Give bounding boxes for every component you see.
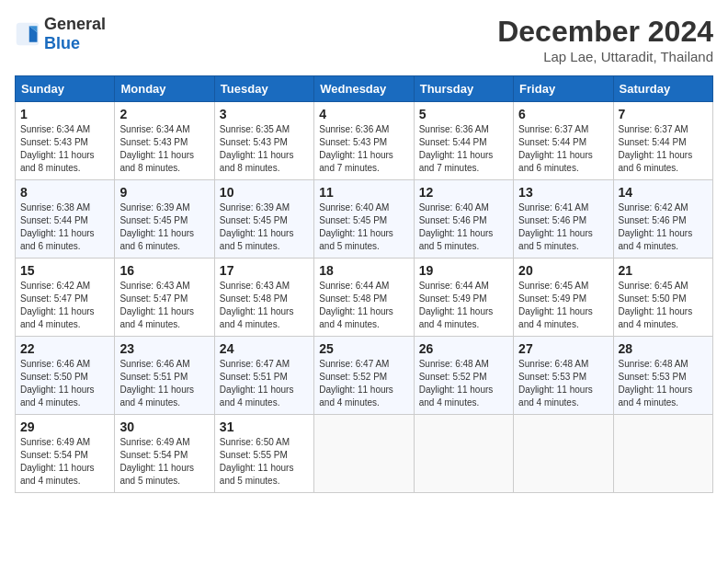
day-number: 13 <box>518 185 608 200</box>
calendar-cell: 14 Sunrise: 6:42 AMSunset: 5:46 PMDaylig… <box>613 180 712 259</box>
day-info: Sunrise: 6:39 AMSunset: 5:45 PMDaylight:… <box>119 202 194 251</box>
calendar-cell: 5 Sunrise: 6:36 AMSunset: 5:44 PMDayligh… <box>414 102 513 180</box>
day-info: Sunrise: 6:45 AMSunset: 5:49 PMDaylight:… <box>518 281 593 329</box>
day-info: Sunrise: 6:34 AMSunset: 5:43 PMDaylight:… <box>119 124 194 173</box>
logo-icon <box>15 21 40 47</box>
calendar-day-header: Monday <box>115 76 214 102</box>
day-info: Sunrise: 6:46 AMSunset: 5:50 PMDaylight:… <box>20 359 95 408</box>
calendar-cell: 27 Sunrise: 6:48 AMSunset: 5:53 PMDaylig… <box>514 337 613 415</box>
day-number: 23 <box>119 341 209 356</box>
day-info: Sunrise: 6:48 AMSunset: 5:53 PMDaylight:… <box>518 359 593 408</box>
day-info: Sunrise: 6:40 AMSunset: 5:46 PMDaylight:… <box>419 202 494 251</box>
day-info: Sunrise: 6:41 AMSunset: 5:46 PMDaylight:… <box>518 202 593 251</box>
day-info: Sunrise: 6:44 AMSunset: 5:49 PMDaylight:… <box>419 281 494 329</box>
calendar-table: SundayMondayTuesdayWednesdayThursdayFrid… <box>15 75 713 493</box>
logo-blue-text: Blue <box>44 34 80 52</box>
calendar-cell: 24 Sunrise: 6:47 AMSunset: 5:51 PMDaylig… <box>214 337 313 415</box>
calendar-cell <box>314 415 414 493</box>
day-number: 15 <box>20 263 109 278</box>
day-number: 5 <box>419 107 508 121</box>
day-info: Sunrise: 6:34 AMSunset: 5:43 PMDaylight:… <box>20 124 95 173</box>
day-info: Sunrise: 6:45 AMSunset: 5:50 PMDaylight:… <box>619 281 693 329</box>
calendar-day-header: Thursday <box>414 76 513 102</box>
day-number: 22 <box>20 341 109 356</box>
day-number: 21 <box>619 263 708 278</box>
day-number: 12 <box>419 185 508 200</box>
day-number: 29 <box>20 419 109 434</box>
logo-general-text: General <box>44 15 106 33</box>
day-number: 3 <box>220 107 309 121</box>
logo: General Blue <box>15 15 106 53</box>
day-number: 8 <box>20 185 109 200</box>
calendar-cell <box>414 415 513 493</box>
calendar-week-row: 8 Sunrise: 6:38 AMSunset: 5:44 PMDayligh… <box>16 180 713 259</box>
day-info: Sunrise: 6:47 AMSunset: 5:52 PMDaylight:… <box>319 359 393 408</box>
day-number: 1 <box>20 107 109 121</box>
location-title: Lap Lae, Uttaradit, Thailand <box>497 49 713 64</box>
day-info: Sunrise: 6:46 AMSunset: 5:51 PMDaylight:… <box>119 359 194 408</box>
calendar-cell: 16 Sunrise: 6:43 AMSunset: 5:47 PMDaylig… <box>115 259 214 337</box>
day-info: Sunrise: 6:48 AMSunset: 5:53 PMDaylight:… <box>619 359 693 408</box>
day-number: 16 <box>119 263 209 278</box>
calendar-cell: 22 Sunrise: 6:46 AMSunset: 5:50 PMDaylig… <box>16 337 115 415</box>
calendar-cell <box>514 415 613 493</box>
day-info: Sunrise: 6:40 AMSunset: 5:45 PMDaylight:… <box>319 202 393 251</box>
day-number: 19 <box>419 263 508 278</box>
day-number: 30 <box>119 419 209 434</box>
calendar-cell: 23 Sunrise: 6:46 AMSunset: 5:51 PMDaylig… <box>115 337 214 415</box>
calendar-cell: 25 Sunrise: 6:47 AMSunset: 5:52 PMDaylig… <box>314 337 414 415</box>
day-number: 27 <box>518 341 608 356</box>
day-info: Sunrise: 6:42 AMSunset: 5:47 PMDaylight:… <box>20 281 95 329</box>
calendar-week-row: 1 Sunrise: 6:34 AMSunset: 5:43 PMDayligh… <box>16 102 713 180</box>
calendar-week-row: 29 Sunrise: 6:49 AMSunset: 5:54 PMDaylig… <box>16 415 713 493</box>
day-number: 2 <box>119 107 209 121</box>
day-info: Sunrise: 6:36 AMSunset: 5:43 PMDaylight:… <box>319 124 393 173</box>
calendar-cell: 28 Sunrise: 6:48 AMSunset: 5:53 PMDaylig… <box>613 337 712 415</box>
calendar-cell: 13 Sunrise: 6:41 AMSunset: 5:46 PMDaylig… <box>514 180 613 259</box>
day-number: 4 <box>319 107 408 121</box>
day-info: Sunrise: 6:36 AMSunset: 5:44 PMDaylight:… <box>419 124 494 173</box>
calendar-day-header: Sunday <box>16 76 115 102</box>
page-header: General Blue December 2024 Lap Lae, Utta… <box>15 15 713 64</box>
calendar-cell: 26 Sunrise: 6:48 AMSunset: 5:52 PMDaylig… <box>414 337 513 415</box>
day-number: 9 <box>119 185 209 200</box>
calendar-day-header: Friday <box>514 76 613 102</box>
calendar-cell: 10 Sunrise: 6:39 AMSunset: 5:45 PMDaylig… <box>214 180 313 259</box>
calendar-cell: 3 Sunrise: 6:35 AMSunset: 5:43 PMDayligh… <box>214 102 313 180</box>
calendar-cell: 29 Sunrise: 6:49 AMSunset: 5:54 PMDaylig… <box>16 415 115 493</box>
day-number: 17 <box>220 263 309 278</box>
day-number: 11 <box>319 185 408 200</box>
day-number: 10 <box>220 185 309 200</box>
calendar-day-header: Wednesday <box>314 76 414 102</box>
calendar-day-header: Saturday <box>613 76 712 102</box>
day-info: Sunrise: 6:35 AMSunset: 5:43 PMDaylight:… <box>220 124 294 173</box>
calendar-cell: 4 Sunrise: 6:36 AMSunset: 5:43 PMDayligh… <box>314 102 414 180</box>
calendar-cell: 19 Sunrise: 6:44 AMSunset: 5:49 PMDaylig… <box>414 259 513 337</box>
day-info: Sunrise: 6:37 AMSunset: 5:44 PMDaylight:… <box>518 124 593 173</box>
calendar-week-row: 15 Sunrise: 6:42 AMSunset: 5:47 PMDaylig… <box>16 259 713 337</box>
calendar-cell: 7 Sunrise: 6:37 AMSunset: 5:44 PMDayligh… <box>613 102 712 180</box>
day-info: Sunrise: 6:38 AMSunset: 5:44 PMDaylight:… <box>20 202 95 251</box>
calendar-cell: 9 Sunrise: 6:39 AMSunset: 5:45 PMDayligh… <box>115 180 214 259</box>
day-info: Sunrise: 6:48 AMSunset: 5:52 PMDaylight:… <box>419 359 494 408</box>
calendar-day-header: Tuesday <box>214 76 313 102</box>
day-info: Sunrise: 6:49 AMSunset: 5:54 PMDaylight:… <box>119 437 194 486</box>
calendar-cell: 1 Sunrise: 6:34 AMSunset: 5:43 PMDayligh… <box>16 102 115 180</box>
calendar-cell <box>613 415 712 493</box>
calendar-cell: 21 Sunrise: 6:45 AMSunset: 5:50 PMDaylig… <box>613 259 712 337</box>
day-info: Sunrise: 6:44 AMSunset: 5:48 PMDaylight:… <box>319 281 393 329</box>
day-number: 14 <box>619 185 708 200</box>
day-info: Sunrise: 6:47 AMSunset: 5:51 PMDaylight:… <box>220 359 294 408</box>
day-number: 7 <box>619 107 708 121</box>
calendar-cell: 17 Sunrise: 6:43 AMSunset: 5:48 PMDaylig… <box>214 259 313 337</box>
day-number: 26 <box>419 341 508 356</box>
calendar-cell: 31 Sunrise: 6:50 AMSunset: 5:55 PMDaylig… <box>214 415 313 493</box>
title-block: December 2024 Lap Lae, Uttaradit, Thaila… <box>497 15 713 64</box>
calendar-cell: 6 Sunrise: 6:37 AMSunset: 5:44 PMDayligh… <box>514 102 613 180</box>
calendar-cell: 30 Sunrise: 6:49 AMSunset: 5:54 PMDaylig… <box>115 415 214 493</box>
day-info: Sunrise: 6:43 AMSunset: 5:48 PMDaylight:… <box>220 281 294 329</box>
day-info: Sunrise: 6:42 AMSunset: 5:46 PMDaylight:… <box>619 202 693 251</box>
day-info: Sunrise: 6:39 AMSunset: 5:45 PMDaylight:… <box>220 202 294 251</box>
day-info: Sunrise: 6:50 AMSunset: 5:55 PMDaylight:… <box>220 437 294 486</box>
day-info: Sunrise: 6:43 AMSunset: 5:47 PMDaylight:… <box>119 281 194 329</box>
